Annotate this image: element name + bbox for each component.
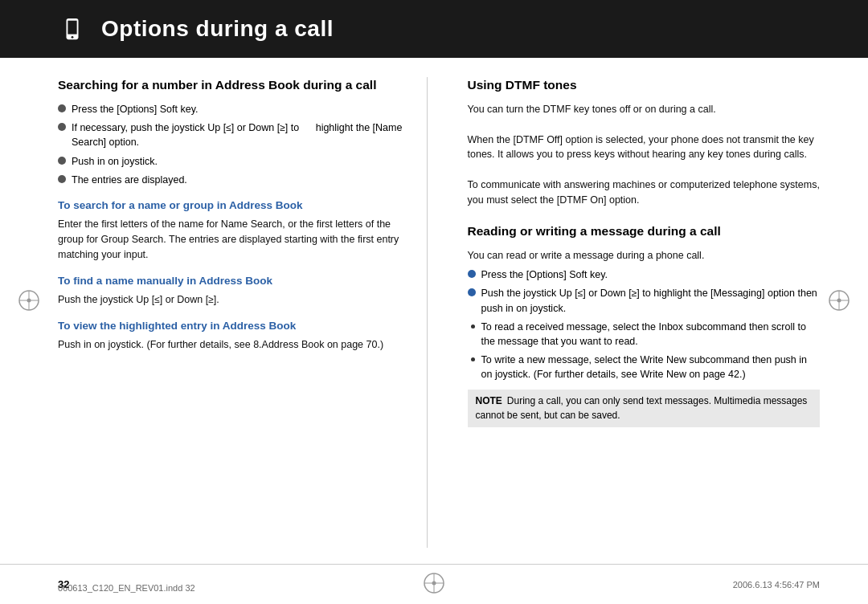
header-bar: Options during a call [0,0,868,58]
bullet-text: To write a new message, select the Write… [481,353,821,382]
bullet-text: Push in on joystick. [72,154,411,169]
sub-body-view: Push in on joystick. (For further detail… [58,337,411,353]
bullet-icon [58,175,66,183]
bullet-icon [58,123,66,131]
list-item: To write a new message, select the Write… [468,353,821,382]
compass-left-icon [18,289,40,312]
rwm-para1: You can read or write a message during a… [468,248,821,263]
bullet-icon [468,270,476,278]
dtmf-para3: To communicate with answering machines o… [468,178,821,208]
left-main-heading: Searching for a number in Address Book d… [58,77,411,94]
right-column: Using DTMF tones You can turn the DTMF k… [460,77,821,548]
svg-point-18 [432,582,436,586]
bullet-text: If necessary, push the joystick Up [≤] o… [72,120,411,150]
bullet-text: Push the joystick Up [≤] or Down [≥] to … [481,286,821,316]
note-box: NOTEDuring a call, you can only send tex… [468,390,821,427]
compass-right-icon [828,289,850,312]
bullet-icon [468,288,476,296]
page-container: Options during a call Searching for a nu… [0,0,868,604]
bullet-text: The entries are displayed. [72,173,411,187]
bullet-icon [58,157,66,165]
bullet-text: Press the [Options] Soft key. [481,267,821,282]
sub-heading-search: To search for a name or group in Address… [58,198,411,213]
compass-bottom-icon [423,572,445,596]
left-column: Searching for a number in Address Book d… [58,77,428,548]
sub-heading-find: To find a name manually in Address Book [58,274,411,288]
note-label: NOTE [476,395,502,406]
dtmf-para1: You can turn the DTMF key tones off or o… [468,102,821,117]
sub-heading-view: To view the highlighted entry in Address… [58,319,411,333]
footer: 32 060613_C120_EN_REV01.indd 32 2006.6.1… [0,564,868,604]
note-text: During a call, you can only send text me… [476,395,808,420]
list-item: Push in on joystick. [58,154,411,169]
list-item: The entries are displayed. [58,173,411,187]
list-item: Press the [Options] Soft key. [468,267,821,282]
list-item: Push the joystick Up [≤] or Down [≥] to … [468,286,821,316]
dtmf-para2: When the [DTMF Off] option is selected, … [468,133,821,163]
footer-right-text: 2006.6.13 4:56:47 PM [733,580,820,590]
bullet-text: Press the [Options] Soft key. [72,102,411,116]
right-main-heading-2: Reading or writing a message during a ca… [468,223,821,240]
svg-point-6 [72,36,74,39]
sub-body-search: Enter the first letters of the name for … [58,217,411,262]
dot-icon [471,324,475,329]
page-title: Options during a call [101,16,334,42]
bullet-icon [58,104,66,112]
bullet-text: To read a received message, select the I… [481,320,821,349]
sub-body-find: Push the joystick Up [≤] or Down [≥]. [58,292,411,308]
main-content: Searching for a number in Address Book d… [0,58,868,564]
list-item: To read a received message, select the I… [468,320,821,349]
footer-left-text: 060613_C120_EN_REV01.indd 32 [58,583,195,593]
list-item: Press the [Options] Soft key. [58,102,411,116]
list-item: If necessary, push the joystick Up [≤] o… [58,120,411,150]
dot-icon [471,357,475,361]
phone-icon [58,14,87,43]
right-main-heading-1: Using DTMF tones [468,77,821,94]
svg-point-10 [27,299,31,303]
svg-rect-5 [68,21,76,35]
svg-point-14 [837,299,841,303]
